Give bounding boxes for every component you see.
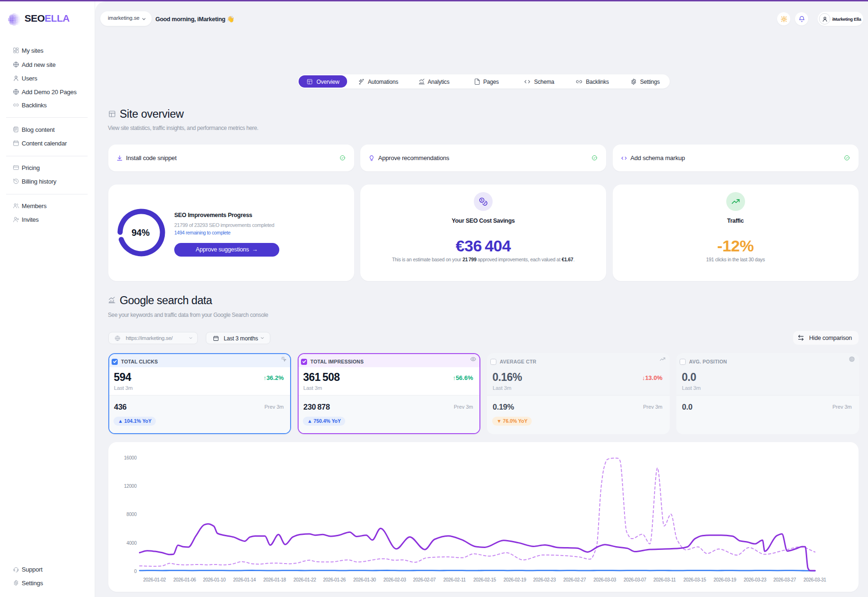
svg-text:94%: 94% xyxy=(131,227,149,238)
